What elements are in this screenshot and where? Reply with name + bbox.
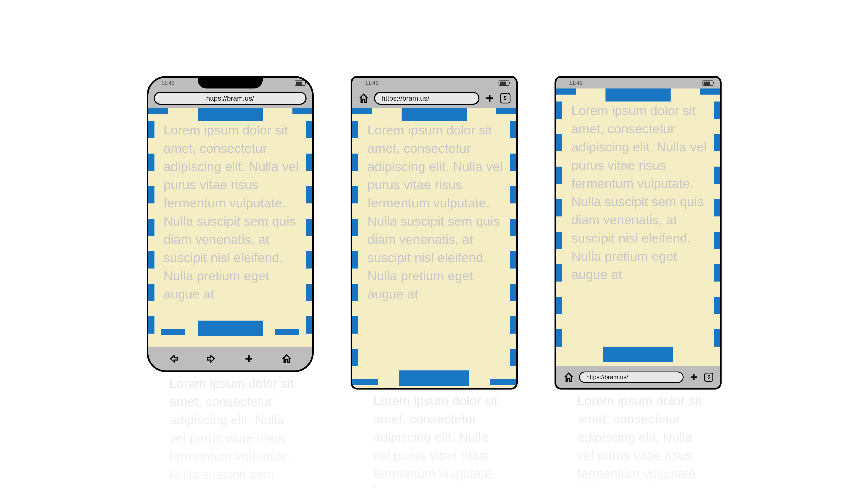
address-bar-text: https://bram.us/: [382, 94, 430, 102]
tab-switcher-button[interactable]: 5: [500, 93, 510, 103]
status-time: 11:45: [161, 80, 175, 86]
status-time: 11:45: [569, 80, 582, 86]
new-tab-icon[interactable]: [243, 353, 255, 365]
fixed-top-element: [402, 108, 467, 121]
phone-mockup-c: 11:45 Lorem ipsum dolor sit amet, c: [555, 76, 721, 488]
battery-icon: [499, 80, 509, 86]
home-icon[interactable]: [280, 353, 292, 365]
body-text: Lorem ipsum dolor sit amet, consectetur …: [352, 108, 516, 316]
overflow-ghost-text: Lorem ipsum dolor sit amet, consectetur …: [562, 392, 714, 488]
fixed-bottom-element: [198, 321, 263, 336]
body-text: Lorem ipsum dolor sit amet, consectetur …: [148, 108, 312, 316]
forward-icon[interactable]: [205, 353, 217, 365]
bottom-browser-chrome: https://bram.us/ 5: [556, 366, 720, 388]
fixed-bottom-element: [603, 347, 673, 362]
bottom-browser-chrome: [148, 347, 312, 370]
tab-count-value: 5: [504, 95, 506, 101]
tab-count-value: 5: [707, 375, 710, 380]
address-bar[interactable]: https://bram.us/: [374, 92, 479, 105]
top-browser-chrome: https://bram.us/: [148, 89, 312, 108]
phone-mockup-b: 11:45 https://bram.us/ 5: [350, 76, 518, 488]
webpage-viewport: Lorem ipsum dolor sit amet, consectetur …: [148, 108, 312, 347]
device-frame: 11:45 https://bram.us/: [147, 76, 314, 372]
battery-icon: [294, 80, 306, 86]
webpage-viewport: Lorem ipsum dolor sit amet, consectetur …: [556, 89, 720, 366]
body-text: Lorem ipsum dolor sit amet, consectetur …: [556, 89, 720, 297]
new-tab-icon[interactable]: [688, 371, 700, 383]
phone-mockup-a: 11:45 https://bram.us/: [147, 76, 314, 488]
fixed-top-element: [606, 89, 671, 101]
address-bar-text: https://bram.us/: [206, 94, 254, 102]
status-bar: 11:45: [352, 78, 516, 89]
device-frame: 11:45 Lorem ipsum dolor sit amet, c: [555, 76, 721, 390]
address-bar[interactable]: https://bram.us/: [154, 92, 307, 105]
device-notch: [198, 78, 263, 89]
tab-switcher-button[interactable]: 5: [704, 372, 713, 382]
home-icon[interactable]: [358, 92, 370, 104]
address-bar-text: https://bram.us/: [586, 374, 628, 381]
device-frame: 11:45 https://bram.us/ 5: [350, 76, 518, 390]
battery-icon: [703, 80, 713, 86]
status-bar: 11:45: [556, 78, 720, 89]
status-time: 11:45: [365, 80, 378, 86]
overflow-ghost-text: Lorem ipsum dolor sit amet, consectetur …: [154, 375, 306, 488]
webpage-viewport: Lorem ipsum dolor sit amet, consectetur …: [352, 108, 516, 388]
fixed-top-element: [198, 108, 263, 121]
new-tab-icon[interactable]: [484, 92, 496, 104]
address-bar[interactable]: https://bram.us/: [579, 371, 684, 383]
home-icon[interactable]: [563, 371, 575, 383]
fixed-bottom-element: [399, 370, 469, 386]
top-browser-chrome: https://bram.us/ 5: [352, 89, 516, 108]
overflow-ghost-text: Lorem ipsum dolor sit amet, consectetur …: [358, 392, 510, 488]
back-icon[interactable]: [168, 353, 180, 365]
